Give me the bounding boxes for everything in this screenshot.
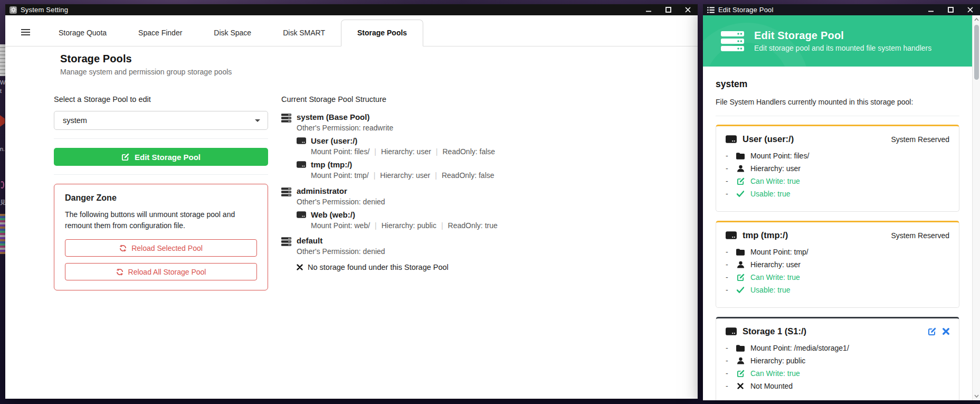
- server-icon: [281, 112, 291, 133]
- reload-all-storage-pool-button[interactable]: Reload All Storage Pool: [65, 263, 257, 280]
- tree-handler-user: User (user:/) Mount Point: files/Hierarc…: [297, 136, 619, 156]
- storage-structure-panel: Current Storage Pool Structure system (B…: [281, 95, 619, 275]
- edit-icon: [121, 153, 129, 161]
- scrollbar-thumb[interactable]: [974, 25, 979, 80]
- tree-handler-tmp: tmp (tmp:/) Mount Point: tmp/Hierarchy: …: [297, 160, 619, 180]
- handler-detail-row: Can Write: true: [726, 273, 949, 281]
- banner-subtitle: Edit storage pool and its mounted file s…: [754, 44, 931, 52]
- danger-zone-card: Danger Zone The following buttons will u…: [54, 184, 268, 290]
- check-icon: [736, 287, 745, 293]
- handler-details: Mount Point: files/Hierarchy: userReadOn…: [311, 147, 495, 156]
- divider: [716, 116, 959, 116]
- folder-icon: [736, 153, 745, 159]
- hamburger-menu-icon[interactable]: [19, 29, 43, 46]
- page-title: Storage Pools: [60, 53, 232, 65]
- scroll-up-button[interactable]: [973, 15, 980, 24]
- divider: [54, 138, 268, 139]
- banner-title: Edit Storage Pool: [754, 30, 931, 42]
- person-icon: [736, 261, 745, 268]
- handler-detail-row: Can Write: true: [726, 177, 949, 185]
- handler-detail-row: Can Write: true: [726, 369, 949, 378]
- handler-card-storage1: Storage 1 (S1:/): [716, 317, 959, 400]
- minimize-button[interactable]: [645, 6, 652, 14]
- select-value: system: [63, 116, 87, 125]
- desktop-icon-fragment: [0, 181, 4, 189]
- structure-title: Current Storage Pool Structure: [281, 95, 619, 104]
- handler-name: Web (web:/): [311, 210, 498, 220]
- reload-selected-pool-label: Reload Selected Pool: [131, 244, 203, 252]
- hdd-icon: [297, 160, 306, 180]
- pool-permission: Other's Permission: denied: [297, 197, 385, 206]
- danger-zone-description: The following buttons will unmount stora…: [65, 209, 257, 231]
- desktop-icon-fragment: [0, 115, 5, 127]
- pool-name-heading: system: [716, 79, 959, 90]
- x-icon: [736, 383, 745, 389]
- edit-pool-banner: Edit Storage Pool Edit storage pool and …: [703, 15, 972, 67]
- refresh-icon: [119, 245, 127, 252]
- handler-details: Mount Point: web/Hierarchy: publicReadOn…: [311, 221, 498, 230]
- page-subtitle: Manage system and permission group stora…: [60, 68, 232, 76]
- maximize-button[interactable]: [947, 6, 954, 14]
- desktop-icon-label-fragment: W: [0, 80, 5, 86]
- system-reserved-badge: System Reserved: [891, 135, 949, 144]
- edit-icon: [736, 177, 745, 185]
- desktop-icon-label-fragment: n.: [0, 146, 5, 152]
- divider: [54, 174, 268, 175]
- system-reserved-badge: System Reserved: [891, 231, 949, 240]
- handlers-description: File System Handlers currently mounted i…: [716, 98, 959, 106]
- empty-pool-text: No storage found under this Storage Pool: [308, 263, 449, 271]
- window-title: System Setting: [21, 6, 68, 14]
- handler-title: tmp (tmp:/): [743, 230, 788, 240]
- handler-detail-row: Mount Point: /media/storage1/: [726, 344, 949, 352]
- hdd-icon: [726, 327, 737, 335]
- tree-empty-message: No storage found under this Storage Pool: [297, 263, 619, 271]
- person-icon: [736, 165, 745, 172]
- edit-storage-pool-button[interactable]: Edit Storage Pool: [54, 148, 268, 166]
- tree-pool-administrator: administrator Other's Permission: denied: [281, 186, 619, 206]
- tab-storage-quota[interactable]: Storage Quota: [43, 20, 122, 46]
- handler-name: User (user:/): [311, 136, 495, 146]
- hdd-icon: [297, 136, 306, 156]
- folder-icon: [736, 249, 745, 256]
- pool-permission: Other's Permission: denied: [297, 247, 385, 256]
- select-pool-label: Select a Storage Pool to edit: [54, 95, 268, 104]
- tab-disk-smart[interactable]: Disk SMART: [267, 20, 341, 46]
- storage-pool-select[interactable]: system: [54, 111, 268, 130]
- pool-name: default: [297, 236, 385, 246]
- maximize-button[interactable]: [664, 6, 672, 14]
- edit-handler-button[interactable]: [928, 327, 936, 336]
- gear-icon: [9, 6, 17, 14]
- desktop-icon-label-fragment: t: [0, 88, 2, 94]
- tree-pool-system: system (Base Pool) Other's Permission: r…: [281, 112, 619, 133]
- handler-detail-row: Hierarchy: user: [726, 164, 949, 173]
- remove-handler-button[interactable]: [943, 328, 949, 335]
- tab-disk-space[interactable]: Disk Space: [198, 20, 267, 46]
- hdd-icon: [726, 231, 737, 239]
- tab-space-finder[interactable]: Space Finder: [122, 20, 198, 46]
- scroll-down-button[interactable]: [973, 392, 980, 400]
- list-icon: [707, 7, 715, 13]
- edit-pool-titlebar[interactable]: Edit Storage Pool: [703, 4, 980, 15]
- handler-detail-row: Not Mounted: [726, 382, 949, 390]
- reload-selected-pool-button[interactable]: Reload Selected Pool: [65, 239, 257, 257]
- person-icon: [736, 357, 745, 364]
- tree-pool-default: default Other's Permission: denied: [281, 236, 619, 256]
- pool-edit-panel: Select a Storage Pool to edit system Edi…: [54, 95, 268, 290]
- edit-storage-pool-label: Edit Storage Pool: [135, 153, 201, 162]
- window-title: Edit Storage Pool: [718, 6, 774, 14]
- close-button[interactable]: [684, 6, 691, 14]
- check-icon: [736, 191, 745, 197]
- tree-handler-web: Web (web:/) Mount Point: web/Hierarchy: …: [297, 210, 619, 230]
- pool-name: administrator: [297, 186, 385, 196]
- handler-detail-row: Hierarchy: public: [726, 356, 949, 365]
- tab-storage-pools[interactable]: Storage Pools: [341, 20, 423, 46]
- system-setting-titlebar[interactable]: System Setting: [5, 4, 698, 15]
- handler-detail-row: Hierarchy: user: [726, 260, 949, 269]
- scrollbar[interactable]: [972, 15, 980, 400]
- system-setting-window: System Setting Storage Quota Space Finde…: [5, 4, 698, 399]
- handler-detail-row: Usable: true: [726, 286, 949, 294]
- server-icon: [281, 236, 291, 256]
- close-button[interactable]: [966, 6, 974, 14]
- minimize-button[interactable]: [927, 6, 935, 14]
- server-stack-icon: [721, 31, 744, 51]
